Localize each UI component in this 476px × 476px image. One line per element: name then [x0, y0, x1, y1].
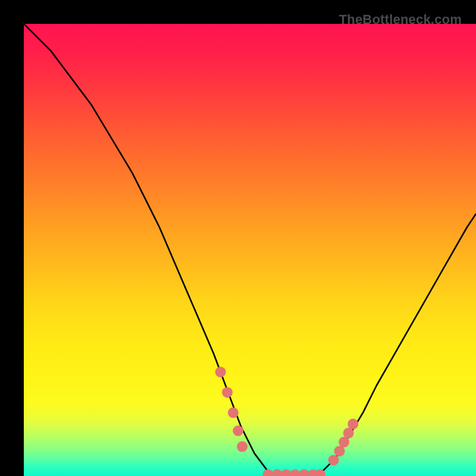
scatter-dot — [328, 455, 339, 465]
scatter-dot — [347, 419, 358, 430]
watermark-label: TheBottleneck.com — [339, 12, 462, 27]
curve-overlay — [24, 24, 476, 476]
bottleneck-curve — [24, 24, 476, 476]
scatter-dot — [233, 425, 243, 436]
chart-frame: TheBottleneck.com — [0, 0, 476, 476]
scatter-dot — [237, 441, 248, 452]
scatter-dot — [228, 408, 239, 418]
plot-area — [24, 24, 476, 476]
scatter-dot — [215, 367, 226, 377]
scatter-dot — [222, 387, 233, 397]
